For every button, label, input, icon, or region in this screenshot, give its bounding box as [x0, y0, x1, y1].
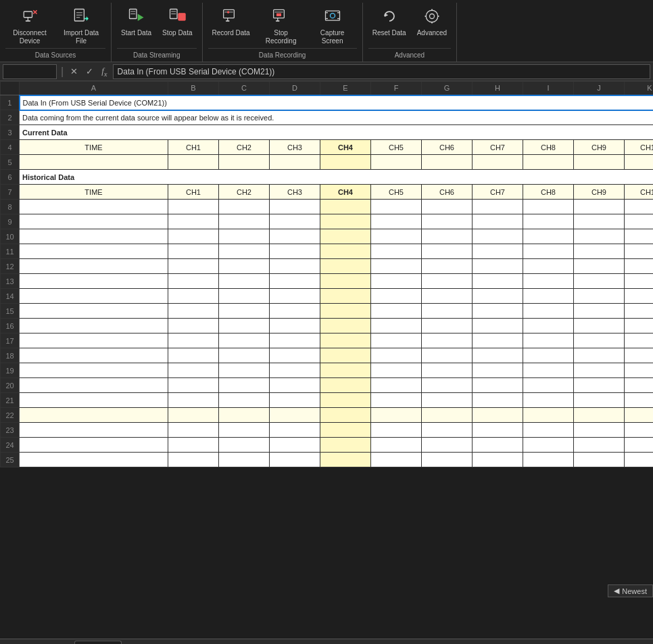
grid-cell[interactable] — [371, 259, 422, 274]
confirm-formula-icon[interactable]: ✓ — [83, 66, 96, 76]
grid-cell[interactable] — [473, 229, 523, 244]
grid-cell[interactable] — [371, 244, 422, 259]
grid-cell[interactable] — [20, 229, 168, 244]
grid-cell[interactable]: CH5 — [371, 185, 422, 200]
grid-cell[interactable]: CH2 — [219, 140, 270, 155]
grid-cell[interactable] — [473, 408, 523, 423]
grid-cell[interactable] — [371, 200, 422, 214]
grid-cell[interactable] — [168, 334, 219, 348]
grid-cell[interactable] — [270, 229, 320, 244]
col-header-e[interactable]: E — [320, 82, 371, 95]
grid-cell[interactable] — [371, 214, 422, 229]
grid-cell[interactable] — [219, 423, 270, 438]
grid-cell[interactable] — [473, 259, 523, 274]
grid-cell[interactable] — [168, 363, 219, 378]
grid-cell[interactable] — [523, 200, 574, 214]
grid-cell[interactable]: CH2 — [219, 185, 270, 200]
grid-cell[interactable] — [20, 200, 168, 214]
grid-cell[interactable] — [625, 423, 654, 438]
grid-cell[interactable] — [422, 423, 473, 438]
start-data-button[interactable]: Start Data — [117, 3, 155, 40]
grid-cell[interactable] — [574, 453, 625, 467]
grid-cell[interactable] — [523, 453, 574, 467]
grid-cell[interactable] — [371, 274, 422, 289]
grid-cell[interactable] — [625, 259, 654, 274]
grid-cell[interactable] — [20, 214, 168, 229]
grid-cell[interactable] — [320, 438, 371, 453]
grid-cell[interactable] — [219, 378, 270, 393]
grid-cell[interactable] — [168, 348, 219, 363]
col-header-k[interactable]: K — [625, 82, 654, 95]
grid-cell[interactable] — [270, 304, 320, 319]
grid-cell[interactable]: CH8 — [523, 185, 574, 200]
grid-cell[interactable] — [625, 229, 654, 244]
grid-cell[interactable] — [320, 393, 371, 408]
grid-cell[interactable] — [270, 334, 320, 348]
grid-cell[interactable] — [625, 155, 654, 170]
grid-cell[interactable] — [523, 155, 574, 170]
grid-cell[interactable] — [574, 155, 625, 170]
grid-cell[interactable] — [320, 200, 371, 214]
grid-cell[interactable]: TIME — [20, 140, 168, 155]
grid-cell[interactable] — [371, 289, 422, 304]
grid-cell[interactable]: Current Data — [20, 125, 654, 140]
grid-cell[interactable] — [219, 289, 270, 304]
grid-cell[interactable] — [523, 408, 574, 423]
newest-button[interactable]: ◀ Newest — [608, 584, 653, 597]
grid-cell[interactable] — [320, 229, 371, 244]
grid-cell[interactable] — [219, 393, 270, 408]
grid-cell[interactable]: CH4 — [320, 185, 371, 200]
col-header-a[interactable]: A — [20, 82, 168, 95]
grid-cell[interactable] — [523, 319, 574, 334]
grid-cell[interactable] — [320, 304, 371, 319]
grid-cell[interactable]: CH4 — [320, 140, 371, 155]
grid-cell[interactable] — [422, 259, 473, 274]
grid-cell[interactable] — [270, 319, 320, 334]
grid-cell[interactable] — [270, 200, 320, 214]
grid-cell[interactable] — [523, 229, 574, 244]
grid-cell[interactable] — [20, 319, 168, 334]
grid-cell[interactable]: CH5 — [371, 140, 422, 155]
grid-cell[interactable] — [168, 408, 219, 423]
disconnect-device-button[interactable]: Disconnect Device — [5, 3, 54, 48]
grid-cell[interactable] — [422, 214, 473, 229]
grid-cell[interactable] — [168, 229, 219, 244]
grid-cell[interactable] — [523, 259, 574, 274]
formula-input[interactable] — [113, 64, 650, 79]
grid-cell[interactable] — [422, 274, 473, 289]
grid-cell[interactable] — [320, 453, 371, 467]
grid-cell[interactable] — [168, 200, 219, 214]
grid-cell[interactable] — [168, 289, 219, 304]
grid-cell[interactable] — [270, 155, 320, 170]
grid-cell[interactable] — [270, 393, 320, 408]
tab-settings[interactable]: Settings — [174, 641, 224, 645]
tab-manifest[interactable]: Manifest — [224, 641, 274, 645]
grid-cell[interactable] — [371, 334, 422, 348]
grid-cell[interactable] — [168, 244, 219, 259]
grid-cell[interactable] — [523, 363, 574, 378]
grid-cell[interactable] — [422, 200, 473, 214]
grid-cell[interactable] — [270, 453, 320, 467]
grid-cell[interactable] — [20, 304, 168, 319]
grid-cell[interactable] — [320, 155, 371, 170]
grid-cell[interactable] — [219, 438, 270, 453]
grid-cell[interactable] — [422, 408, 473, 423]
grid-cell[interactable] — [270, 214, 320, 229]
grid-cell[interactable] — [20, 393, 168, 408]
tab-sheet1[interactable]: Sheet1 — [28, 641, 74, 645]
cell-reference-box[interactable] — [3, 64, 57, 79]
grid-cell[interactable] — [371, 348, 422, 363]
grid-cell[interactable] — [371, 438, 422, 453]
grid-cell[interactable] — [574, 334, 625, 348]
grid-cell[interactable]: CH7 — [473, 185, 523, 200]
grid-cell[interactable] — [320, 259, 371, 274]
grid-cell[interactable] — [371, 363, 422, 378]
grid-cell[interactable] — [168, 423, 219, 438]
grid-cell[interactable] — [320, 334, 371, 348]
grid-cell[interactable] — [422, 229, 473, 244]
grid-cell[interactable] — [523, 274, 574, 289]
grid-cell[interactable] — [20, 289, 168, 304]
grid-cell[interactable] — [523, 304, 574, 319]
grid-cell[interactable] — [574, 274, 625, 289]
grid-cell[interactable] — [473, 438, 523, 453]
